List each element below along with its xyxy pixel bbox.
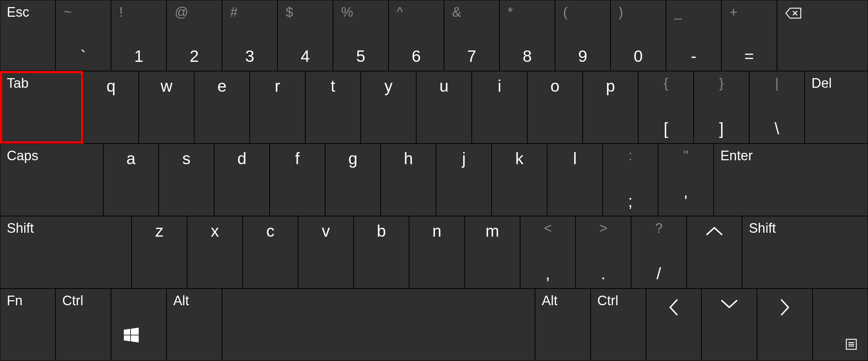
key-primary: ' — [658, 193, 713, 209]
key-primary: s — [159, 150, 214, 167]
key-primary: f — [270, 150, 325, 167]
key-u[interactable]: u — [416, 71, 472, 144]
backspace-icon — [785, 7, 802, 20]
row-3: Caps a s d f g h j k l : ; " ' Enter — [0, 144, 868, 216]
key-9[interactable]: ( 9 — [555, 0, 610, 71]
key-fn[interactable]: Fn — [0, 289, 55, 361]
key-primary: 8 — [500, 48, 555, 64]
key-v[interactable]: v — [298, 216, 354, 289]
key-h[interactable]: h — [381, 144, 436, 216]
key-arrow-right[interactable] — [757, 289, 813, 361]
key-period[interactable]: > . — [576, 216, 631, 289]
chevron-up-icon — [704, 224, 725, 238]
key-primary: q — [84, 78, 138, 94]
key-z[interactable]: z — [132, 216, 187, 289]
key-secondary: % — [341, 5, 353, 19]
key-left-bracket[interactable]: { [ — [638, 71, 694, 144]
key-secondary: " — [658, 149, 713, 162]
key-k[interactable]: k — [492, 144, 547, 216]
key-primary: p — [583, 78, 638, 94]
key-primary: c — [243, 223, 298, 239]
key-secondary: ( — [563, 5, 568, 19]
key-enter[interactable]: Enter — [714, 144, 868, 216]
row-2: Tab q w e r t y u i o p { [ } ] | \ Del — [0, 71, 868, 144]
key-7[interactable]: & 7 — [444, 0, 499, 71]
key-caps[interactable]: Caps — [0, 144, 103, 216]
key-primary: x — [187, 223, 242, 239]
key-5[interactable]: % 5 — [333, 0, 388, 71]
key-l[interactable]: l — [547, 144, 603, 216]
row-5: Fn Ctrl Alt Alt Ctrl — [0, 289, 868, 361]
key-r[interactable]: r — [250, 71, 305, 144]
key-label: Shift — [749, 221, 776, 235]
key-comma[interactable]: < , — [520, 216, 576, 289]
key-y[interactable]: y — [361, 71, 416, 144]
key-primary: 4 — [278, 48, 333, 64]
key-ctrl-left[interactable]: Ctrl — [55, 289, 111, 361]
key-8[interactable]: * 8 — [499, 0, 555, 71]
key-primary: n — [409, 223, 464, 239]
key-arrow-up[interactable] — [687, 216, 742, 289]
key-backtick[interactable]: ~ ` — [55, 0, 111, 71]
key-3[interactable]: # 3 — [222, 0, 277, 71]
key-windows[interactable] — [111, 289, 166, 361]
key-primary: k — [492, 150, 547, 167]
key-e[interactable]: e — [194, 71, 250, 144]
key-primary: z — [132, 223, 187, 239]
key-2[interactable]: @ 2 — [166, 0, 222, 71]
key-n[interactable]: n — [409, 216, 465, 289]
key-label: Caps — [7, 149, 38, 162]
key-shift-left[interactable]: Shift — [0, 216, 132, 289]
key-g[interactable]: g — [325, 144, 381, 216]
key-semicolon[interactable]: : ; — [603, 144, 658, 216]
key-j[interactable]: j — [436, 144, 492, 216]
key-q[interactable]: q — [83, 71, 139, 144]
key-arrow-left[interactable] — [646, 289, 702, 361]
key-alt-right[interactable]: Alt — [535, 289, 591, 361]
key-primary: 1 — [111, 48, 166, 64]
key-s[interactable]: s — [159, 144, 214, 216]
key-primary: a — [104, 150, 158, 167]
key-shift-right[interactable]: Shift — [742, 216, 868, 289]
key-tab[interactable]: Tab — [0, 71, 83, 144]
key-label: Ctrl — [597, 294, 618, 307]
key-primary: [ — [639, 120, 693, 137]
key-d[interactable]: d — [214, 144, 270, 216]
key-backspace[interactable] — [777, 0, 868, 71]
key-o[interactable]: o — [527, 71, 583, 144]
key-alt-left[interactable]: Alt — [166, 289, 222, 361]
key-arrow-down[interactable] — [702, 289, 757, 361]
key-equals[interactable]: + = — [721, 0, 777, 71]
key-t[interactable]: t — [305, 71, 361, 144]
key-primary: / — [631, 265, 686, 282]
key-secondary: & — [452, 5, 461, 19]
key-quote[interactable]: " ' — [658, 144, 714, 216]
key-space[interactable] — [222, 289, 535, 361]
key-f[interactable]: f — [270, 144, 325, 216]
key-slash[interactable]: ? / — [631, 216, 687, 289]
key-c[interactable]: c — [243, 216, 298, 289]
key-i[interactable]: i — [472, 71, 527, 144]
key-del[interactable]: Del — [805, 71, 868, 144]
key-x[interactable]: x — [187, 216, 243, 289]
key-b[interactable]: b — [354, 216, 409, 289]
key-4[interactable]: $ 4 — [277, 0, 333, 71]
key-a[interactable]: a — [103, 144, 159, 216]
key-backslash[interactable]: | \ — [749, 71, 805, 144]
key-primary: 9 — [555, 48, 610, 64]
key-menu[interactable] — [813, 289, 868, 361]
key-p[interactable]: p — [583, 71, 638, 144]
key-secondary: | — [750, 76, 804, 90]
key-m[interactable]: m — [465, 216, 520, 289]
key-6[interactable]: ^ 6 — [388, 0, 444, 71]
key-minus[interactable]: _ - — [666, 0, 721, 71]
key-1[interactable]: ! 1 — [111, 0, 166, 71]
key-primary: , — [520, 265, 575, 282]
key-right-bracket[interactable]: } ] — [694, 71, 749, 144]
key-ctrl-right[interactable]: Ctrl — [591, 289, 646, 361]
key-label: Ctrl — [62, 294, 83, 307]
key-esc[interactable]: Esc — [0, 0, 55, 71]
key-0[interactable]: ) 0 — [610, 0, 666, 71]
key-w[interactable]: w — [139, 71, 194, 144]
row-1: Esc ~ ` ! 1 @ 2 # 3 $ 4 % 5 ^ 6 — [0, 0, 868, 71]
